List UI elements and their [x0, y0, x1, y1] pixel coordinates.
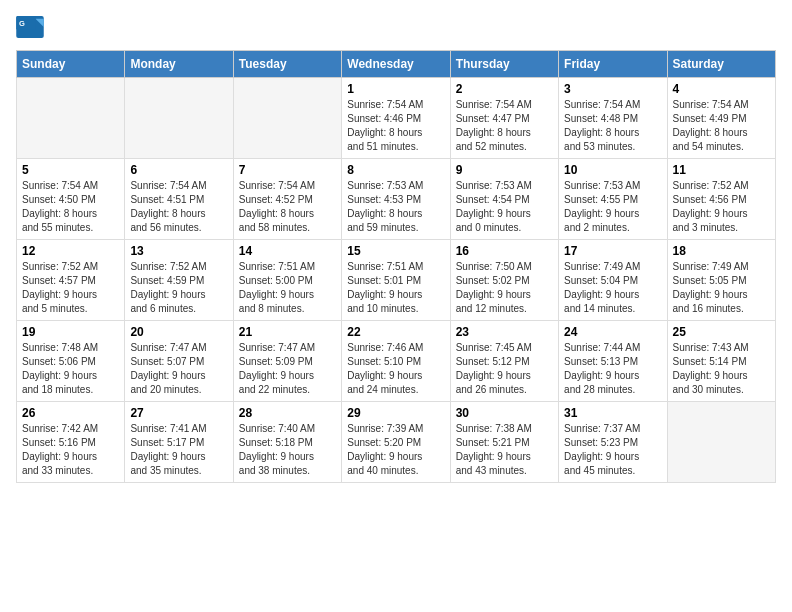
day-info: Sunrise: 7:51 AMSunset: 5:01 PMDaylight:… [347, 260, 444, 316]
day-number: 12 [22, 244, 119, 258]
day-number: 9 [456, 163, 553, 177]
calendar-cell: 28Sunrise: 7:40 AMSunset: 5:18 PMDayligh… [233, 402, 341, 483]
calendar-cell: 14Sunrise: 7:51 AMSunset: 5:00 PMDayligh… [233, 240, 341, 321]
day-number: 28 [239, 406, 336, 420]
day-number: 23 [456, 325, 553, 339]
calendar-cell: 26Sunrise: 7:42 AMSunset: 5:16 PMDayligh… [17, 402, 125, 483]
calendar-cell: 24Sunrise: 7:44 AMSunset: 5:13 PMDayligh… [559, 321, 667, 402]
calendar-cell: 11Sunrise: 7:52 AMSunset: 4:56 PMDayligh… [667, 159, 775, 240]
calendar-cell: 13Sunrise: 7:52 AMSunset: 4:59 PMDayligh… [125, 240, 233, 321]
calendar-cell [125, 78, 233, 159]
logo: G [16, 16, 48, 38]
calendar-cell [17, 78, 125, 159]
day-number: 29 [347, 406, 444, 420]
day-number: 18 [673, 244, 770, 258]
day-info: Sunrise: 7:53 AMSunset: 4:54 PMDaylight:… [456, 179, 553, 235]
day-info: Sunrise: 7:37 AMSunset: 5:23 PMDaylight:… [564, 422, 661, 478]
calendar-cell: 2Sunrise: 7:54 AMSunset: 4:47 PMDaylight… [450, 78, 558, 159]
calendar-cell: 18Sunrise: 7:49 AMSunset: 5:05 PMDayligh… [667, 240, 775, 321]
day-info: Sunrise: 7:54 AMSunset: 4:48 PMDaylight:… [564, 98, 661, 154]
calendar-cell: 9Sunrise: 7:53 AMSunset: 4:54 PMDaylight… [450, 159, 558, 240]
day-info: Sunrise: 7:40 AMSunset: 5:18 PMDaylight:… [239, 422, 336, 478]
day-number: 31 [564, 406, 661, 420]
day-info: Sunrise: 7:41 AMSunset: 5:17 PMDaylight:… [130, 422, 227, 478]
day-info: Sunrise: 7:53 AMSunset: 4:53 PMDaylight:… [347, 179, 444, 235]
calendar-cell: 27Sunrise: 7:41 AMSunset: 5:17 PMDayligh… [125, 402, 233, 483]
day-info: Sunrise: 7:54 AMSunset: 4:52 PMDaylight:… [239, 179, 336, 235]
day-number: 1 [347, 82, 444, 96]
day-info: Sunrise: 7:54 AMSunset: 4:46 PMDaylight:… [347, 98, 444, 154]
day-info: Sunrise: 7:43 AMSunset: 5:14 PMDaylight:… [673, 341, 770, 397]
day-number: 30 [456, 406, 553, 420]
calendar-cell: 31Sunrise: 7:37 AMSunset: 5:23 PMDayligh… [559, 402, 667, 483]
calendar-cell: 23Sunrise: 7:45 AMSunset: 5:12 PMDayligh… [450, 321, 558, 402]
calendar-cell: 16Sunrise: 7:50 AMSunset: 5:02 PMDayligh… [450, 240, 558, 321]
calendar-cell: 8Sunrise: 7:53 AMSunset: 4:53 PMDaylight… [342, 159, 450, 240]
calendar-cell: 1Sunrise: 7:54 AMSunset: 4:46 PMDaylight… [342, 78, 450, 159]
calendar-cell: 21Sunrise: 7:47 AMSunset: 5:09 PMDayligh… [233, 321, 341, 402]
day-number: 21 [239, 325, 336, 339]
calendar-cell [667, 402, 775, 483]
calendar-cell: 4Sunrise: 7:54 AMSunset: 4:49 PMDaylight… [667, 78, 775, 159]
calendar-cell: 12Sunrise: 7:52 AMSunset: 4:57 PMDayligh… [17, 240, 125, 321]
day-info: Sunrise: 7:46 AMSunset: 5:10 PMDaylight:… [347, 341, 444, 397]
day-number: 5 [22, 163, 119, 177]
header: G [16, 16, 776, 38]
day-number: 27 [130, 406, 227, 420]
day-number: 8 [347, 163, 444, 177]
day-info: Sunrise: 7:54 AMSunset: 4:49 PMDaylight:… [673, 98, 770, 154]
day-info: Sunrise: 7:52 AMSunset: 4:56 PMDaylight:… [673, 179, 770, 235]
calendar-cell [233, 78, 341, 159]
weekday-header-thursday: Thursday [450, 51, 558, 78]
day-number: 20 [130, 325, 227, 339]
calendar-cell: 15Sunrise: 7:51 AMSunset: 5:01 PMDayligh… [342, 240, 450, 321]
calendar-cell: 22Sunrise: 7:46 AMSunset: 5:10 PMDayligh… [342, 321, 450, 402]
day-number: 10 [564, 163, 661, 177]
calendar-cell: 30Sunrise: 7:38 AMSunset: 5:21 PMDayligh… [450, 402, 558, 483]
day-info: Sunrise: 7:44 AMSunset: 5:13 PMDaylight:… [564, 341, 661, 397]
day-number: 2 [456, 82, 553, 96]
day-info: Sunrise: 7:39 AMSunset: 5:20 PMDaylight:… [347, 422, 444, 478]
weekday-header-wednesday: Wednesday [342, 51, 450, 78]
weekday-header-monday: Monday [125, 51, 233, 78]
day-info: Sunrise: 7:38 AMSunset: 5:21 PMDaylight:… [456, 422, 553, 478]
calendar-cell: 6Sunrise: 7:54 AMSunset: 4:51 PMDaylight… [125, 159, 233, 240]
day-number: 7 [239, 163, 336, 177]
day-number: 22 [347, 325, 444, 339]
day-info: Sunrise: 7:54 AMSunset: 4:50 PMDaylight:… [22, 179, 119, 235]
day-info: Sunrise: 7:49 AMSunset: 5:04 PMDaylight:… [564, 260, 661, 316]
day-info: Sunrise: 7:52 AMSunset: 4:57 PMDaylight:… [22, 260, 119, 316]
day-number: 13 [130, 244, 227, 258]
day-number: 3 [564, 82, 661, 96]
calendar-cell: 20Sunrise: 7:47 AMSunset: 5:07 PMDayligh… [125, 321, 233, 402]
day-info: Sunrise: 7:54 AMSunset: 4:47 PMDaylight:… [456, 98, 553, 154]
day-number: 16 [456, 244, 553, 258]
day-info: Sunrise: 7:49 AMSunset: 5:05 PMDaylight:… [673, 260, 770, 316]
day-info: Sunrise: 7:47 AMSunset: 5:09 PMDaylight:… [239, 341, 336, 397]
weekday-header-friday: Friday [559, 51, 667, 78]
calendar-cell: 5Sunrise: 7:54 AMSunset: 4:50 PMDaylight… [17, 159, 125, 240]
day-number: 25 [673, 325, 770, 339]
day-number: 4 [673, 82, 770, 96]
svg-text:G: G [19, 19, 25, 28]
day-info: Sunrise: 7:47 AMSunset: 5:07 PMDaylight:… [130, 341, 227, 397]
day-info: Sunrise: 7:53 AMSunset: 4:55 PMDaylight:… [564, 179, 661, 235]
day-info: Sunrise: 7:54 AMSunset: 4:51 PMDaylight:… [130, 179, 227, 235]
day-number: 19 [22, 325, 119, 339]
day-number: 24 [564, 325, 661, 339]
calendar-cell: 10Sunrise: 7:53 AMSunset: 4:55 PMDayligh… [559, 159, 667, 240]
day-number: 15 [347, 244, 444, 258]
day-info: Sunrise: 7:42 AMSunset: 5:16 PMDaylight:… [22, 422, 119, 478]
weekday-header-tuesday: Tuesday [233, 51, 341, 78]
calendar-cell: 7Sunrise: 7:54 AMSunset: 4:52 PMDaylight… [233, 159, 341, 240]
weekday-header-saturday: Saturday [667, 51, 775, 78]
calendar-table: SundayMondayTuesdayWednesdayThursdayFrid… [16, 50, 776, 483]
day-number: 11 [673, 163, 770, 177]
day-info: Sunrise: 7:51 AMSunset: 5:00 PMDaylight:… [239, 260, 336, 316]
day-number: 6 [130, 163, 227, 177]
day-number: 26 [22, 406, 119, 420]
calendar-cell: 19Sunrise: 7:48 AMSunset: 5:06 PMDayligh… [17, 321, 125, 402]
logo-icon: G [16, 16, 44, 38]
day-info: Sunrise: 7:50 AMSunset: 5:02 PMDaylight:… [456, 260, 553, 316]
calendar-cell: 29Sunrise: 7:39 AMSunset: 5:20 PMDayligh… [342, 402, 450, 483]
